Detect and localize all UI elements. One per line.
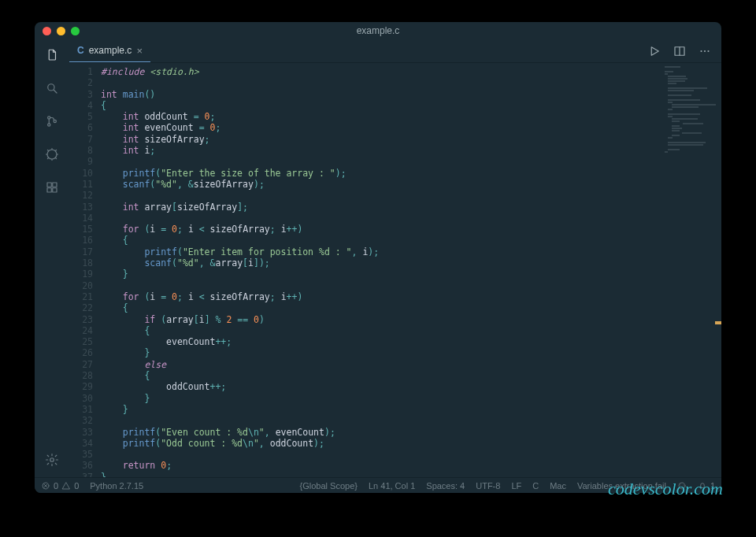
status-notifications[interactable]: 1: [698, 481, 715, 491]
source-control-icon[interactable]: [43, 112, 61, 131]
tab-language-badge: C: [77, 45, 84, 56]
status-python[interactable]: Python 2.7.15: [90, 481, 143, 491]
status-position[interactable]: Ln 41, Col 1: [369, 481, 415, 491]
status-language[interactable]: C: [532, 481, 539, 491]
debug-icon[interactable]: [43, 145, 61, 164]
svg-point-12: [704, 50, 706, 51]
svg-point-13: [707, 50, 709, 51]
close-window-button[interactable]: [43, 27, 51, 35]
code-editor[interactable]: 1234567891011121314151617181920212223242…: [69, 63, 721, 477]
zoom-window-button[interactable]: [71, 27, 80, 35]
tab-example-c[interactable]: C example.c ×: [69, 39, 150, 62]
status-vars[interactable]: Variables extraction fail: [577, 481, 666, 491]
status-feedback[interactable]: [677, 481, 687, 491]
tab-filename: example.c: [89, 45, 132, 56]
window-controls: [43, 27, 80, 35]
more-actions-icon[interactable]: [698, 44, 712, 58]
minimize-window-button[interactable]: [57, 27, 65, 35]
svg-point-9: [50, 458, 54, 462]
status-encoding[interactable]: UTF-8: [476, 481, 500, 491]
svg-rect-5: [47, 183, 51, 187]
tab-bar: C example.c ×: [69, 39, 721, 63]
overview-ruler-marker: [715, 321, 721, 324]
status-eol[interactable]: LF: [511, 481, 521, 491]
titlebar: example.c: [35, 22, 721, 39]
svg-point-0: [48, 84, 54, 91]
window-title: example.c: [35, 25, 721, 36]
svg-rect-6: [53, 183, 57, 187]
activity-bar: [35, 39, 69, 477]
svg-rect-8: [53, 188, 57, 192]
search-icon[interactable]: [43, 79, 61, 98]
extensions-icon[interactable]: [43, 178, 61, 197]
split-editor-icon[interactable]: [673, 44, 687, 58]
close-tab-icon[interactable]: ×: [136, 45, 143, 57]
svg-point-11: [700, 50, 702, 51]
status-os[interactable]: Mac: [550, 481, 566, 491]
status-spaces[interactable]: Spaces: 4: [426, 481, 465, 491]
svg-point-15: [679, 483, 685, 489]
files-icon[interactable]: [43, 46, 61, 65]
status-scope[interactable]: {Global Scope}: [300, 481, 358, 491]
line-number-gutter: 1234567891011121314151617181920212223242…: [69, 63, 99, 477]
code-content[interactable]: #include <stdio.h>int main(){ int oddCou…: [99, 63, 721, 477]
editor-window: example.c: [35, 22, 721, 493]
status-problems[interactable]: 0 0: [41, 481, 79, 491]
svg-rect-7: [47, 188, 51, 192]
minimap[interactable]: [665, 66, 717, 161]
settings-icon[interactable]: [43, 450, 61, 469]
status-bar: 0 0 Python 2.7.15 {Global Scope} Ln 41, …: [35, 477, 721, 493]
run-icon[interactable]: [647, 44, 662, 58]
